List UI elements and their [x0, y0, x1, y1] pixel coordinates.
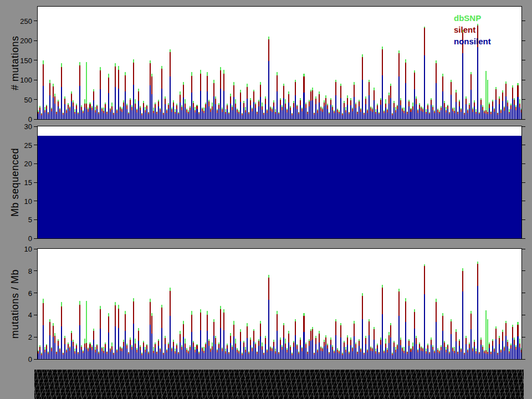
silent-segment: [303, 316, 304, 332]
nonsilent-segment: [339, 354, 340, 359]
nonsilent-segment: [378, 354, 380, 359]
stacked-bar: [301, 249, 303, 359]
nonsilent-segment: [452, 111, 453, 119]
stacked-bar: [439, 249, 440, 359]
stacked-bar: [362, 7, 363, 119]
stacked-bar: [168, 7, 169, 119]
silent-segment: [388, 335, 390, 343]
silent-segment: [180, 334, 181, 342]
stacked-bar: [218, 7, 219, 119]
stacked-bar: [54, 249, 55, 359]
stacked-bar: [160, 249, 161, 359]
silent-segment: [213, 322, 214, 336]
silent-segment: [374, 329, 375, 340]
stacked-bar: [500, 249, 502, 359]
silent-segment: [235, 104, 236, 108]
silent-segment: [474, 103, 475, 107]
nonsilent-segment: [218, 109, 219, 119]
nonsilent-segment: [282, 110, 283, 119]
nonsilent-segment: [56, 354, 57, 359]
stacked-bar: [374, 249, 375, 359]
y-tick-label: 8: [9, 267, 32, 274]
stacked-bar: [375, 249, 376, 359]
stacked-bar: [95, 249, 96, 359]
nonsilent-segment: [176, 349, 177, 359]
nonsilent-segment: [171, 112, 172, 119]
nonsilent-segment: [280, 345, 281, 359]
nonsilent-segment: [325, 105, 326, 119]
stacked-bar: [253, 7, 254, 119]
stacked-bar: [215, 249, 216, 359]
stacked-bar: [398, 249, 400, 359]
stacked-bar: [495, 7, 497, 119]
nonsilent-segment: [387, 352, 388, 359]
stacked-bar: [461, 249, 462, 359]
stacked-bar: [207, 249, 208, 359]
silent-segment: [354, 324, 355, 336]
nonsilent-segment: [215, 104, 216, 119]
silent-segment: [293, 342, 294, 347]
nonsilent-segment: [334, 113, 335, 119]
stacked-bar: [138, 249, 139, 359]
silent-segment: [118, 70, 119, 89]
stacked-bar: [39, 7, 40, 119]
nonsilent-segment: [492, 106, 493, 119]
nonsilent-segment: [505, 336, 507, 359]
nonsilent-segment: [240, 102, 241, 119]
stacked-bar: [431, 7, 432, 119]
silent-segment: [170, 52, 171, 76]
silent-segment: [293, 103, 294, 108]
nonsilent-segment: [237, 352, 238, 359]
nonsilent-segment: [352, 111, 353, 119]
stacked-bar: [128, 7, 129, 119]
stacked-bar: [291, 249, 293, 359]
silent-segment: [489, 104, 490, 108]
stacked-bar: [178, 249, 179, 359]
silent-segment: [150, 63, 151, 85]
stacked-bar: [447, 7, 448, 119]
silent-segment: [207, 76, 208, 91]
silent-segment: [414, 312, 415, 329]
silent-segment: [260, 324, 261, 336]
stacked-bar: [426, 7, 427, 119]
nonsilent-segment: [223, 330, 224, 359]
y-tick-mark: [34, 182, 38, 183]
stacked-bar: [136, 7, 137, 119]
nonsilent-segment: [436, 322, 437, 359]
stacked-bar: [320, 7, 321, 119]
nonsilent-segment: [270, 111, 271, 119]
nonsilent-segment: [402, 111, 403, 119]
y-tick-mark: [521, 359, 525, 360]
stacked-bar: [499, 7, 500, 119]
silent-segment: [502, 332, 503, 341]
silent-segment: [388, 95, 390, 103]
nonsilent-segment: [252, 351, 253, 359]
stacked-bar: [514, 249, 515, 359]
silent-segment: [43, 64, 44, 86]
stacked-bar: [283, 249, 284, 359]
silent-segment: [247, 87, 248, 99]
dbsnp-segment: [285, 99, 286, 104]
stacked-bar: [178, 7, 179, 119]
nonsilent-segment: [510, 349, 511, 359]
nonsilent-segment: [388, 104, 390, 119]
nonsilent-segment: [291, 115, 293, 119]
stacked-bar: [357, 7, 358, 119]
stacked-bar: [489, 249, 490, 359]
y-tick-label: 20: [9, 160, 32, 167]
nonsilent-segment: [115, 326, 116, 359]
stacked-bar: [113, 7, 114, 119]
nonsilent-segment: [437, 352, 438, 359]
nonsilent-segment: [446, 352, 447, 359]
silent-segment: [170, 291, 171, 316]
nonsilent-segment: [106, 114, 108, 119]
nonsilent-segment: [451, 334, 452, 359]
nonsilent-segment: [141, 355, 142, 359]
nonsilent-segment: [502, 101, 503, 119]
nonsilent-segment: [446, 112, 447, 119]
silent-segment: [431, 340, 432, 345]
stacked-bar: [73, 249, 74, 359]
nonsilent-segment: [342, 355, 343, 359]
stacked-bar: [188, 249, 189, 359]
silent-segment: [158, 101, 159, 106]
